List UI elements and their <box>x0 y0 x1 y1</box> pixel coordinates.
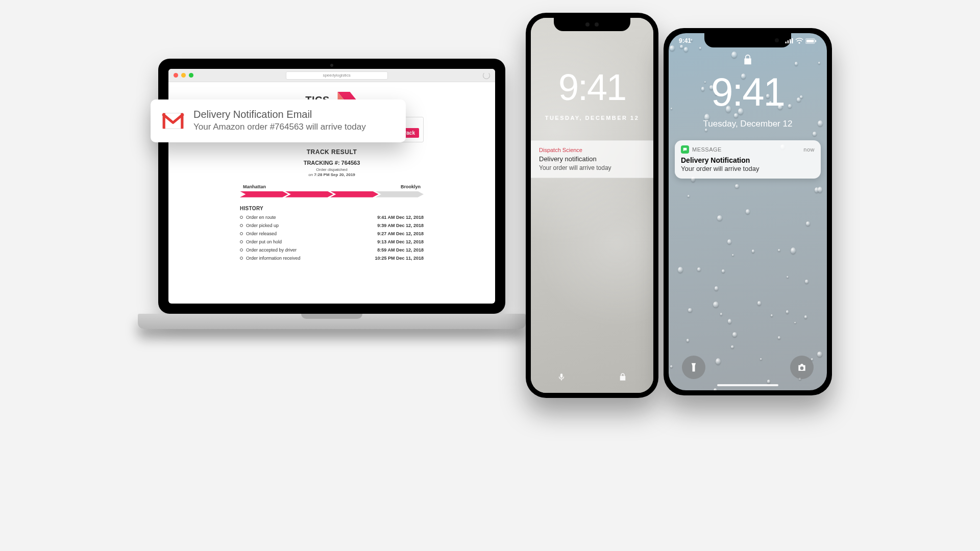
dispatch-info: Order dispatchedon 7:28 PM Sep 20, 2019 <box>240 167 424 178</box>
laptop-screen: speedylogistics TICS Track an order <box>158 59 505 314</box>
iphone-mockup: 9:41 9:41 Tuesday, December 12 MESSAGE n… <box>664 28 832 395</box>
window-minimize-icon[interactable] <box>181 73 186 78</box>
history-row: Order put on hold9:13 AM Dec 12, 2018 <box>240 238 424 246</box>
stage: speedylogistics TICS Track an order <box>122 0 857 413</box>
history-event: Order en route <box>246 215 374 220</box>
wifi-icon <box>795 38 803 44</box>
bullet-icon <box>240 224 243 227</box>
bullet-icon <box>240 232 243 235</box>
history-row: Order released9:27 AM Dec 12, 2018 <box>240 230 424 238</box>
lock-icon <box>669 54 827 66</box>
browser-toolbar: speedylogistics <box>168 69 495 82</box>
progress-segment <box>285 191 334 197</box>
track-result-heading: TRACK RESULT <box>240 148 424 156</box>
history-event: Order information received <box>246 256 372 261</box>
reload-icon[interactable] <box>483 72 490 79</box>
progress-segment <box>330 191 379 197</box>
bullet-icon <box>240 216 243 219</box>
history-timestamp: 9:27 AM Dec 12, 2018 <box>377 231 424 236</box>
history-timestamp: 8:59 AM Dec 12, 2018 <box>377 247 424 253</box>
ios-date: Tuesday, December 12 <box>669 119 827 129</box>
progress-segment <box>240 191 288 197</box>
ios-notif-body: Your order will arrive today <box>681 165 815 172</box>
signal-icon <box>785 38 793 43</box>
ios-notif-when: now <box>803 146 815 153</box>
android-phone-mockup: 9:41 TUESDAY, DECEMBER 12 Dispatch Scien… <box>526 13 658 398</box>
address-bar[interactable]: speedylogistics <box>286 71 388 80</box>
svg-rect-4 <box>163 113 165 129</box>
delivery-progress <box>240 191 424 197</box>
svg-rect-5 <box>181 113 183 129</box>
flashlight-button[interactable] <box>682 356 705 379</box>
history-event: Order picked up <box>246 223 374 228</box>
svg-rect-8 <box>790 39 791 43</box>
history-timestamp: 9:13 AM Dec 12, 2018 <box>377 239 424 244</box>
progress-segment <box>376 191 424 197</box>
webcam-icon <box>330 64 333 67</box>
history-timestamp: 9:41 AM Dec 12, 2018 <box>377 215 424 220</box>
svg-rect-7 <box>788 40 789 43</box>
camera-button[interactable] <box>790 356 814 379</box>
android-notification[interactable]: Dispatch Science Delivery notification Y… <box>531 140 653 178</box>
history-row: Order en route9:41 AM Dec 12, 2018 <box>240 213 424 221</box>
route-to: Brooklyn <box>401 184 421 189</box>
history-event: Order released <box>246 231 374 236</box>
mic-icon[interactable] <box>557 372 566 384</box>
svg-rect-13 <box>815 40 816 42</box>
svg-rect-9 <box>792 38 793 43</box>
toast-title: Delivery Notification Email <box>193 109 366 120</box>
android-lockscreen: 9:41 TUESDAY, DECEMBER 12 Dispatch Scien… <box>531 18 653 393</box>
ios-lockscreen: 9:41 9:41 Tuesday, December 12 MESSAGE n… <box>669 33 827 390</box>
history-row: Order picked up9:39 AM Dec 12, 2018 <box>240 221 424 230</box>
svg-rect-6 <box>786 42 787 43</box>
history-timestamp: 9:39 AM Dec 12, 2018 <box>377 223 424 228</box>
lock-icon[interactable] <box>618 372 627 384</box>
ios-clock: 9:41 <box>669 69 827 115</box>
ios-statusbar: 9:41 <box>679 37 817 44</box>
ios-status-time: 9:41 <box>679 37 691 44</box>
ios-notif-title: Delivery Notification <box>681 156 815 164</box>
home-indicator[interactable] <box>717 384 778 386</box>
android-notif-body: Your order will arrive today <box>539 164 645 171</box>
history-event: Order put on hold <box>246 239 374 244</box>
history-row: Order information received10:25 PM Dec 1… <box>240 254 424 262</box>
history-timestamp: 10:25 PM Dec 11, 2018 <box>375 256 424 261</box>
svg-rect-12 <box>806 39 814 42</box>
window-close-icon[interactable] <box>174 73 178 78</box>
email-notification-toast[interactable]: Delivery Notification Email Your Amazon … <box>151 99 406 142</box>
android-clock: 9:41 <box>531 66 653 108</box>
battery-icon <box>805 38 817 44</box>
bullet-icon <box>240 240 243 243</box>
window-maximize-icon[interactable] <box>189 73 193 78</box>
messages-app-icon <box>681 145 689 154</box>
android-notif-app: Dispatch Science <box>539 147 645 153</box>
history-row: Order accepted by driver8:59 AM Dec 12, … <box>240 246 424 254</box>
route-from: Manhattan <box>243 184 266 189</box>
bullet-icon <box>240 257 243 260</box>
history-event: Order accepted by driver <box>246 247 374 253</box>
toast-body: Your Amazon order #764563 will arrive to… <box>193 121 366 133</box>
android-notch <box>554 18 630 31</box>
ios-status-right <box>785 37 817 44</box>
gmail-icon <box>162 112 184 130</box>
svg-point-10 <box>799 42 800 43</box>
bullet-icon <box>240 248 243 252</box>
android-date: TUESDAY, DECEMBER 12 <box>531 115 653 121</box>
tracking-number-label: TRACKING #: 764563 <box>240 160 424 166</box>
ios-notif-app-label: MESSAGE <box>692 146 722 153</box>
android-bottom-actions <box>531 372 653 384</box>
history-heading: HISTORY <box>240 206 424 211</box>
android-notif-title: Delivery notification <box>539 155 645 163</box>
route-labels: Manhattan Brooklyn <box>240 184 424 189</box>
laptop-base <box>138 314 526 329</box>
ios-notification[interactable]: MESSAGE now Delivery Notification Your o… <box>675 140 821 179</box>
history-list: Order en route9:41 AM Dec 12, 2018Order … <box>240 213 424 262</box>
